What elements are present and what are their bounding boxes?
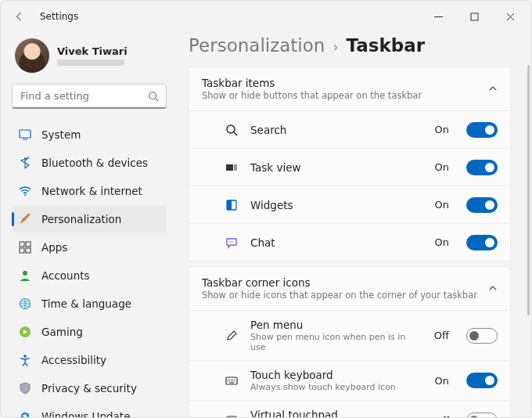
sidebar: Vivek Tiwari System Bluetooth & devices … bbox=[1, 32, 174, 417]
svg-point-18 bbox=[232, 241, 233, 243]
profile-email-redacted bbox=[57, 59, 124, 66]
setting-row-touchkeyboard: Touch keyboard Always show touch keyboar… bbox=[189, 360, 510, 400]
svg-rect-7 bbox=[26, 248, 31, 253]
toggle-state: Off bbox=[434, 330, 449, 341]
sidebar-item-personalization[interactable]: Personalization bbox=[12, 206, 167, 232]
toggle-state: On bbox=[435, 236, 449, 248]
svg-rect-13 bbox=[226, 164, 233, 171]
close-button[interactable] bbox=[492, 4, 528, 29]
minimize-button[interactable] bbox=[420, 4, 456, 29]
taskbar-items-panel: Taskbar items Show or hide buttons that … bbox=[189, 67, 511, 261]
row-title: Virtual touchpad bbox=[250, 409, 423, 417]
svg-rect-16 bbox=[227, 200, 232, 210]
toggle-state: Off bbox=[434, 415, 449, 418]
search-input[interactable] bbox=[12, 84, 167, 109]
scrollbar[interactable] bbox=[527, 65, 530, 315]
chevron-up-icon bbox=[488, 81, 498, 96]
shield-icon bbox=[18, 381, 32, 395]
section-subtitle: Show or hide buttons that appear on the … bbox=[202, 90, 488, 101]
titlebar: Settings bbox=[1, 1, 531, 32]
setting-row-touchpad: Virtual touchpad Always show virtual tou… bbox=[189, 400, 510, 417]
row-title: Widgets bbox=[250, 199, 424, 211]
corner-icons-header[interactable]: Taskbar corner icons Show or hide icons … bbox=[189, 267, 510, 310]
toggle-search[interactable] bbox=[466, 122, 498, 138]
toggle-chat[interactable] bbox=[466, 235, 498, 250]
sidebar-item-network[interactable]: Network & internet bbox=[12, 178, 167, 204]
toggle-state: On bbox=[435, 161, 449, 173]
sidebar-item-bluetooth[interactable]: Bluetooth & devices bbox=[12, 150, 167, 176]
sidebar-item-label: System bbox=[41, 128, 81, 141]
sidebar-item-system[interactable]: System bbox=[12, 121, 167, 148]
setting-row-widgets: Widgets On bbox=[189, 186, 510, 223]
sidebar-item-label: Accounts bbox=[41, 269, 90, 282]
search-icon bbox=[224, 124, 239, 136]
setting-row-pen: Pen menu Show pen menu icon when pen is … bbox=[189, 310, 510, 360]
nav-list: System Bluetooth & devices Network & int… bbox=[12, 121, 167, 418]
breadcrumb-separator: › bbox=[332, 38, 338, 55]
svg-rect-6 bbox=[20, 248, 24, 253]
avatar bbox=[15, 38, 49, 73]
svg-point-12 bbox=[227, 125, 235, 133]
toggle-touchpad[interactable] bbox=[466, 413, 498, 417]
window-controls bbox=[420, 4, 528, 29]
sidebar-item-label: Gaming bbox=[41, 326, 83, 338]
sidebar-item-label: Network & internet bbox=[41, 185, 142, 197]
setting-row-chat: Chat On bbox=[189, 223, 510, 261]
back-button[interactable] bbox=[9, 5, 31, 27]
system-icon bbox=[18, 128, 32, 142]
svg-rect-20 bbox=[227, 416, 236, 417]
corner-icons-panel: Taskbar corner icons Show or hide icons … bbox=[189, 266, 511, 417]
row-title: Chat bbox=[250, 236, 424, 249]
toggle-touchkeyboard[interactable] bbox=[466, 373, 498, 388]
window-title: Settings bbox=[40, 11, 78, 22]
paintbrush-icon bbox=[18, 212, 32, 226]
row-title: Search bbox=[250, 124, 424, 136]
widgets-icon bbox=[224, 199, 239, 211]
setting-row-taskview: Task view On bbox=[189, 148, 510, 186]
bluetooth-icon bbox=[18, 156, 32, 170]
section-title: Taskbar corner icons bbox=[202, 276, 488, 289]
sidebar-item-gaming[interactable]: Gaming bbox=[12, 319, 167, 345]
sidebar-item-time[interactable]: Time & language bbox=[12, 290, 167, 317]
accessibility-icon bbox=[18, 353, 32, 367]
breadcrumb-parent[interactable]: Personalization bbox=[189, 35, 325, 56]
keyboard-icon bbox=[224, 374, 239, 387]
breadcrumb-current: Taskbar bbox=[347, 35, 426, 56]
sidebar-item-accessibility[interactable]: Accessibility bbox=[12, 347, 167, 373]
search-icon bbox=[148, 90, 159, 105]
pen-icon bbox=[224, 330, 239, 342]
touchpad-icon bbox=[224, 414, 239, 417]
chat-icon bbox=[224, 236, 239, 249]
row-subtitle: Always show touch keyboard icon bbox=[250, 382, 415, 392]
sidebar-item-label: Bluetooth & devices bbox=[41, 157, 148, 169]
svg-point-11 bbox=[23, 355, 27, 358]
svg-rect-0 bbox=[471, 13, 478, 20]
toggle-widgets[interactable] bbox=[466, 197, 498, 213]
taskbar-items-header[interactable]: Taskbar items Show or hide buttons that … bbox=[189, 67, 510, 110]
toggle-state: On bbox=[435, 375, 449, 387]
svg-point-17 bbox=[229, 241, 231, 243]
maximize-icon bbox=[470, 13, 479, 21]
svg-rect-4 bbox=[20, 242, 24, 247]
sidebar-item-label: Accessibility bbox=[41, 354, 106, 366]
sidebar-item-accounts[interactable]: Accounts bbox=[12, 262, 167, 289]
row-title: Touch keyboard bbox=[250, 369, 424, 381]
person-icon bbox=[18, 268, 32, 283]
setting-row-search: Search On bbox=[189, 110, 510, 148]
maximize-button[interactable] bbox=[456, 4, 492, 29]
chevron-up-icon bbox=[488, 281, 498, 296]
globe-icon bbox=[18, 297, 32, 311]
profile-block[interactable]: Vivek Tiwari bbox=[12, 37, 167, 74]
sidebar-item-label: Apps bbox=[41, 241, 67, 254]
sidebar-item-apps[interactable]: Apps bbox=[12, 234, 167, 261]
svg-point-1 bbox=[149, 92, 156, 99]
sidebar-item-update[interactable]: Windows Update bbox=[12, 403, 167, 418]
row-title: Task view bbox=[250, 161, 424, 174]
content-area: Personalization › Taskbar Taskbar items … bbox=[174, 32, 531, 417]
toggle-pen[interactable] bbox=[466, 328, 498, 344]
toggle-taskview[interactable] bbox=[466, 160, 498, 175]
toggle-state: On bbox=[435, 124, 449, 135]
svg-point-8 bbox=[23, 271, 27, 276]
taskview-icon bbox=[224, 161, 239, 174]
sidebar-item-privacy[interactable]: Privacy & security bbox=[12, 375, 167, 402]
